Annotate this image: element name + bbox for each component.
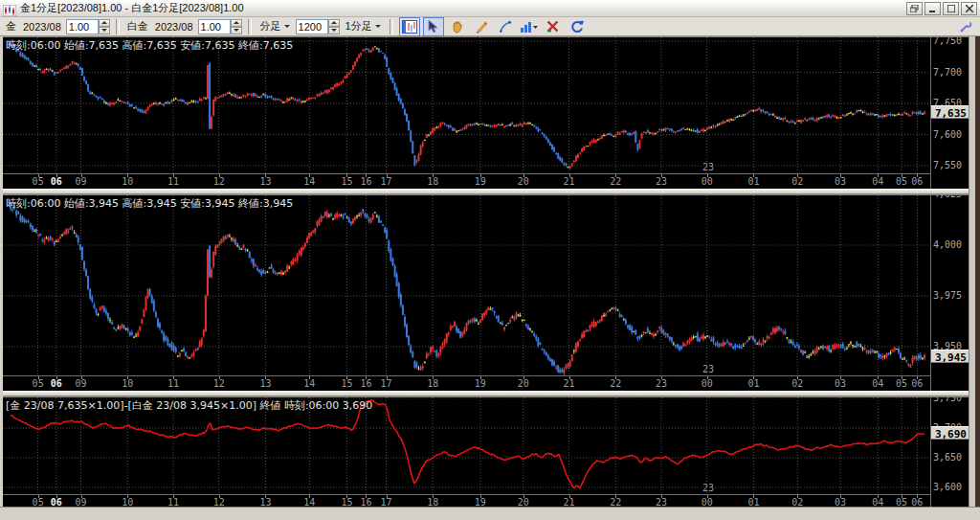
minimize-button[interactable] (924, 2, 941, 15)
y-tick-label: 4,025 (933, 195, 962, 199)
popout-button[interactable] (906, 2, 923, 15)
x-tick-label: 06 (911, 176, 923, 187)
toolbar-separator (116, 19, 120, 34)
platinum-multiplier-stepper[interactable]: 1.00 (198, 19, 242, 34)
bar-type-dropdown[interactable]: 分足 (257, 18, 293, 34)
cursor-icon (428, 20, 438, 33)
spread-y-axis: 3,7503,7003,6503,6003,690 (930, 397, 969, 509)
spread-plot[interactable]: 23 [金 23/08 7,635×1.00]-[白金 23/08 3,945×… (3, 397, 930, 494)
gold-multiplier-stepper[interactable]: 1.00 (66, 19, 110, 34)
bar-count-down-icon[interactable] (328, 27, 340, 34)
bar-count-stepper[interactable]: 1200 (296, 19, 340, 34)
x-tick-label: 23 (656, 378, 667, 389)
x-tick-label: 09 (76, 378, 87, 389)
delete-x-icon (546, 20, 559, 33)
platinum-month: 2023/08 (153, 21, 195, 33)
x-tick-label: 15 (341, 176, 352, 187)
gold-x-axis: 0506091011121314151617181920212223000102… (3, 173, 930, 189)
chart-type-button[interactable] (519, 17, 540, 36)
y-tick-label: 7,750 (933, 37, 962, 46)
window-title: 金1分足[2023/08]1.00 - 白金1分足[2023/08]1.00 (20, 1, 902, 15)
interval-dropdown[interactable]: 1分足 (343, 18, 384, 34)
delete-button[interactable] (543, 17, 564, 36)
x-tick-label: 15 (341, 378, 352, 389)
x-tick-label: 17 (380, 378, 391, 389)
maximize-button[interactable] (943, 2, 959, 15)
x-tick-label: 04 (872, 176, 883, 187)
x-tick-label: 11 (167, 176, 179, 187)
titlebar: 金1分足[2023/08]1.00 - 白金1分足[2023/08]1.00 (0, 0, 980, 17)
gold-multiplier-value[interactable]: 1.00 (66, 19, 99, 34)
platinum-up-icon[interactable] (231, 19, 242, 27)
bottom-window-border (0, 507, 980, 520)
hand-icon (451, 20, 463, 34)
x-tick-label: 06 (911, 378, 923, 389)
x-tick-label: 18 (427, 378, 438, 389)
gold-down-icon[interactable] (99, 27, 110, 34)
y-tick-label: 7,700 (933, 67, 962, 78)
bar-chart-icon (521, 20, 538, 33)
x-tick-label: 01 (747, 176, 759, 187)
x-tick-label: 20 (518, 176, 529, 187)
close-button[interactable] (961, 2, 977, 15)
bar-count-up-icon[interactable] (328, 19, 340, 27)
x-tick-label: 13 (259, 378, 271, 389)
gold-up-icon[interactable] (99, 19, 110, 27)
x-tick-label: 20 (518, 378, 529, 389)
wrench-icon (960, 20, 972, 33)
x-tick-label: 19 (475, 176, 486, 187)
settings-button[interactable] (955, 17, 976, 36)
spread-chart-panel: 23 [金 23/08 7,635×1.00]-[白金 23/08 3,945×… (3, 396, 969, 509)
chevron-down-icon (284, 25, 290, 28)
chart-stack: 23 時刻:06:00 始値:7,635 高値:7,635 安値:7,635 終… (0, 36, 980, 509)
x-tick-label: 17 (380, 176, 391, 187)
y-tick-label: 3,975 (933, 290, 962, 301)
right-window-border (969, 36, 975, 508)
x-tick-label: 14 (303, 176, 315, 187)
x-tick-label: 13 (259, 176, 271, 187)
pencil-tool-button[interactable] (471, 17, 492, 36)
x-tick-label: 21 (563, 378, 574, 389)
last-price-box-platinum: 3,945 (931, 350, 969, 363)
x-tick-label: 06 (51, 176, 62, 187)
x-tick-label: 22 (610, 378, 621, 389)
x-tick-label: 02 (791, 378, 803, 389)
toolbar-separator (390, 19, 393, 34)
platinum-chart-panel: 23 時刻:06:00 始値:3,945 高値:3,945 安値:3,945 終… (3, 194, 969, 391)
x-tick-label: 16 (360, 176, 371, 187)
platinum-label: 白金 (125, 19, 150, 34)
x-tick-label: 21 (563, 176, 574, 187)
desktop-edge (975, 36, 980, 508)
chart-frame-button[interactable] (399, 17, 420, 36)
refresh-icon (570, 20, 584, 34)
x-tick-label: 05 (896, 378, 907, 389)
x-tick-label: 10 (122, 378, 133, 389)
x-tick-label: 09 (76, 176, 87, 187)
last-price-box-spread: 3,690 (931, 426, 969, 440)
platinum-ohlc-readout: 時刻:06:00 始値:3,945 高値:3,945 安値:3,945 終値:3… (6, 196, 293, 211)
platinum-multiplier-value[interactable]: 1.00 (198, 19, 231, 34)
x-tick-label: 06 (51, 378, 62, 389)
x-tick-label: 12 (213, 176, 225, 187)
bar-count-value[interactable]: 1200 (296, 19, 328, 34)
platinum-down-icon[interactable] (231, 27, 242, 34)
pan-tool-button[interactable] (447, 17, 468, 36)
platinum-plot[interactable]: 23 時刻:06:00 始値:3,945 高値:3,945 安値:3,945 終… (3, 195, 930, 375)
toolbar: 金 2023/08 1.00 白金 2023/08 1.00 分足 1200 1… (0, 17, 980, 36)
pencil-icon (475, 20, 488, 34)
date-change-label: 23 (702, 162, 714, 172)
x-tick-label: 00 (702, 378, 713, 389)
x-tick-label: 12 (213, 378, 225, 389)
pen-tool-button[interactable] (495, 17, 516, 36)
gold-chart-panel: 23 時刻:06:00 始値:7,635 高値:7,635 安値:7,635 終… (3, 36, 969, 189)
y-tick-label: 7,600 (933, 129, 962, 140)
date-change-label: 23 (702, 364, 714, 374)
refresh-button[interactable] (567, 17, 588, 36)
gold-ohlc-readout: 時刻:06:00 始値:7,635 高値:7,635 安値:7,635 終値:7… (6, 38, 293, 53)
x-tick-label: 10 (122, 176, 133, 187)
gold-plot[interactable]: 23 時刻:06:00 始値:7,635 高値:7,635 安値:7,635 終… (3, 37, 930, 173)
x-tick-label: 16 (360, 378, 371, 389)
y-tick-label: 7,550 (933, 160, 962, 170)
gold-label: 金 (4, 19, 18, 34)
cursor-tool-button[interactable] (423, 17, 444, 36)
